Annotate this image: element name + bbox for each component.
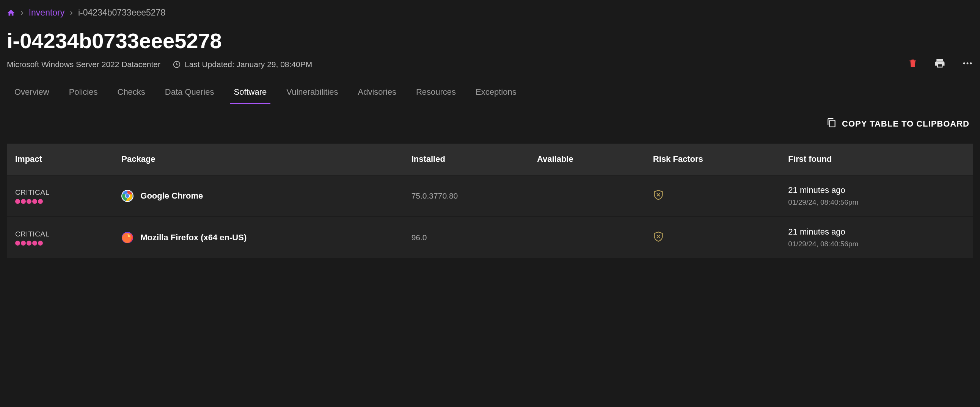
tab-overview[interactable]: Overview: [14, 83, 49, 104]
copy-table-button[interactable]: COPY TABLE TO CLIPBOARD: [827, 118, 969, 130]
breadcrumb-current: i-04234b0733eee5278: [78, 8, 165, 18]
tab-advisories[interactable]: Advisories: [358, 83, 396, 104]
tab-resources[interactable]: Resources: [416, 83, 456, 104]
copy-table-label: COPY TABLE TO CLIPBOARD: [842, 119, 969, 129]
last-updated: Last Updated: January 29, 08:40PM: [185, 60, 312, 69]
package-name: Google Chrome: [140, 191, 203, 201]
tab-policies[interactable]: Policies: [69, 83, 98, 104]
th-package[interactable]: Package: [113, 144, 403, 175]
tab-exceptions[interactable]: Exceptions: [476, 83, 517, 104]
shield-x-icon: [653, 231, 664, 242]
clock-icon: [173, 60, 181, 68]
page-title: i-04234b0733eee5278: [7, 29, 312, 53]
tab-software[interactable]: Software: [234, 83, 267, 104]
breadcrumb-sep: ›: [70, 8, 73, 18]
more-button[interactable]: [962, 58, 973, 69]
th-found[interactable]: First found: [780, 144, 973, 175]
breadcrumb: › Inventory › i-04234b0733eee5278: [7, 8, 973, 18]
print-button[interactable]: [934, 58, 946, 69]
th-installed[interactable]: Installed: [403, 144, 529, 175]
first-found-relative: 21 minutes ago: [788, 185, 965, 195]
svg-point-1: [963, 63, 965, 65]
tab-data-queries[interactable]: Data Queries: [165, 83, 214, 104]
home-icon[interactable]: [7, 9, 15, 17]
breadcrumb-sep: ›: [21, 8, 24, 18]
copy-icon: [827, 118, 837, 130]
breadcrumb-inventory[interactable]: Inventory: [29, 8, 65, 18]
svg-point-3: [970, 63, 972, 65]
firefox-icon: [121, 231, 134, 244]
table-header-row: Impact Package Installed Available Risk …: [7, 144, 973, 175]
installed-version: 96.0: [403, 217, 529, 258]
delete-button[interactable]: [908, 58, 918, 69]
tab-checks[interactable]: Checks: [118, 83, 145, 104]
available-version: [529, 175, 645, 217]
chrome-icon: [121, 190, 134, 202]
first-found-absolute: 01/29/24, 08:40:56pm: [788, 240, 965, 248]
tab-vulnerabilities[interactable]: Vulnerabilities: [286, 83, 338, 104]
th-available[interactable]: Available: [529, 144, 645, 175]
first-found-absolute: 01/29/24, 08:40:56pm: [788, 198, 965, 206]
svg-point-2: [967, 63, 969, 65]
impact-dots: [15, 241, 105, 245]
th-risk[interactable]: Risk Factors: [645, 144, 780, 175]
impact-label: CRITICAL: [15, 188, 105, 197]
first-found-relative: 21 minutes ago: [788, 227, 965, 237]
impact-label: CRITICAL: [15, 230, 105, 238]
table-row[interactable]: CRITICAL Google Chrome 75.0.3770.80 21 m…: [7, 175, 973, 217]
software-table: Impact Package Installed Available Risk …: [7, 144, 973, 258]
th-impact[interactable]: Impact: [7, 144, 113, 175]
impact-dots: [15, 199, 105, 204]
available-version: [529, 217, 645, 258]
tabs: Overview Policies Checks Data Queries So…: [7, 83, 973, 104]
installed-version: 75.0.3770.80: [403, 175, 529, 217]
os-label: Microsoft Windows Server 2022 Datacenter: [7, 60, 161, 69]
shield-x-icon: [653, 189, 664, 201]
table-row[interactable]: CRITICAL Mozilla Firefox (x64 en-US) 96.…: [7, 217, 973, 258]
package-name: Mozilla Firefox (x64 en-US): [140, 233, 247, 242]
